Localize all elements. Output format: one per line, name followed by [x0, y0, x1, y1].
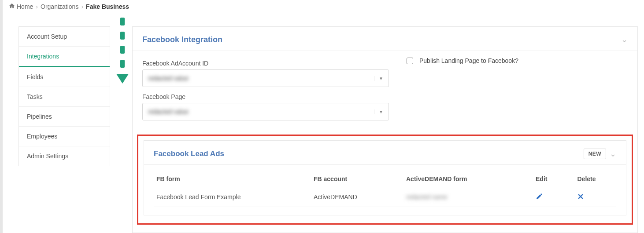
sidebar-item-tasks[interactable]: Tasks — [19, 87, 110, 107]
integration-panel: Facebook Integration ⌄ Facebook AdAccoun… — [132, 26, 638, 233]
caret-down-icon: ▼ — [374, 76, 383, 81]
sidebar-item-label: Employees — [27, 133, 57, 140]
adaccount-select[interactable]: redacted value ▼ — [142, 69, 389, 87]
leadads-panel: Facebook Lead Ads NEW ⌄ FB form FB accou… — [144, 140, 626, 215]
col-delete: Delete — [575, 171, 617, 187]
close-icon — [577, 194, 584, 201]
leadads-title: Facebook Lead Ads — [154, 149, 224, 158]
adaccount-value: redacted value — [148, 75, 189, 82]
cell-fb-form: Facebook Lead Form Example — [154, 187, 311, 207]
table-row: Facebook Lead Form Example ActiveDEMAND … — [154, 187, 616, 207]
annotation-arrow — [116, 18, 129, 92]
chevron-right-icon: › — [36, 3, 38, 10]
breadcrumb-current: Fake Business — [86, 3, 129, 10]
sidebar-item-account-setup[interactable]: Account Setup — [19, 27, 110, 47]
cell-fb-account: ActiveDEMAND — [311, 187, 403, 207]
breadcrumb-organizations[interactable]: Organizations — [41, 3, 78, 10]
sidebar-item-label: Tasks — [27, 93, 43, 100]
col-edit: Edit — [533, 171, 575, 187]
chevron-down-icon[interactable]: ⌄ — [610, 149, 616, 159]
panel-title: Facebook Integration — [142, 35, 222, 44]
sidebar-item-label: Pipelines — [27, 113, 52, 120]
page-value: redacted value — [148, 108, 189, 115]
chevron-down-icon[interactable]: ⌄ — [621, 35, 628, 44]
pencil-icon — [536, 194, 543, 201]
publish-checkbox[interactable] — [407, 58, 413, 64]
home-icon — [9, 3, 15, 10]
page-select[interactable]: redacted value ▼ — [142, 103, 389, 120]
sidebar-item-label: Fields — [27, 73, 43, 80]
chevron-right-icon: › — [81, 3, 83, 10]
col-fb-form: FB form — [154, 171, 311, 187]
cell-ad-form: redacted name — [403, 187, 533, 207]
delete-button[interactable] — [575, 187, 617, 207]
publish-checkbox-label: Publish Landing Page to Facebook? — [419, 57, 518, 64]
sidebar-item-fields[interactable]: Fields — [19, 67, 110, 87]
col-ad-form: ActiveDEMAND form — [403, 171, 533, 187]
sidebar-item-label: Integrations — [27, 53, 59, 60]
page-label: Facebook Page — [142, 93, 389, 100]
settings-sidebar: Account Setup Integrations Fields Tasks … — [19, 26, 110, 166]
adaccount-label: Facebook AdAccount ID — [142, 60, 389, 67]
breadcrumb-home[interactable]: Home — [17, 3, 33, 10]
edit-button[interactable] — [533, 187, 575, 207]
col-fb-account: FB account — [311, 171, 403, 187]
leadads-table: FB form FB account ActiveDEMAND form Edi… — [154, 171, 616, 207]
sidebar-item-employees[interactable]: Employees — [19, 127, 110, 146]
sidebar-item-label: Admin Settings — [27, 153, 68, 160]
sidebar-item-label: Account Setup — [27, 33, 67, 40]
breadcrumb: Home › Organizations › Fake Business — [3, 0, 644, 13]
sidebar-item-integrations[interactable]: Integrations — [19, 47, 110, 67]
sidebar-item-admin-settings[interactable]: Admin Settings — [19, 146, 110, 166]
sidebar-item-pipelines[interactable]: Pipelines — [19, 107, 110, 127]
new-button[interactable]: NEW — [584, 149, 606, 159]
annotation-highlight: Facebook Lead Ads NEW ⌄ FB form FB accou… — [137, 135, 633, 225]
caret-down-icon: ▼ — [374, 109, 383, 114]
